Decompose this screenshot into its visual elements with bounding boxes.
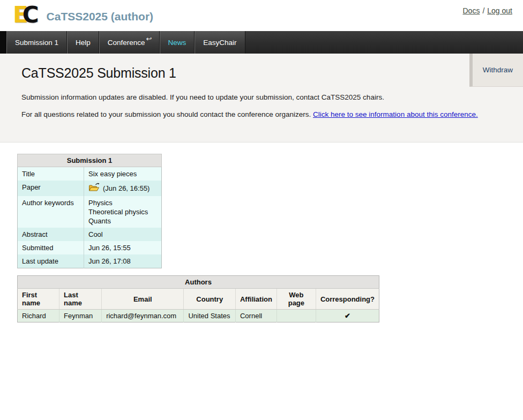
tab-easychair[interactable]: EasyChair [195, 31, 245, 54]
notice-contact-organizers: For all questions related to your submis… [21, 109, 489, 120]
row-label: Author keywords [18, 196, 84, 228]
tab-help[interactable]: Help [67, 31, 99, 54]
top-header: EC CaTSS2025 (author) Docs/Log out [0, 0, 523, 31]
return-arrow-icon: ↩ [146, 35, 152, 43]
table-row-title: Title Six easy pieces [18, 167, 162, 181]
logout-link[interactable]: Log out [487, 6, 512, 15]
row-label: Last update [18, 254, 84, 268]
nav-left-strip [0, 31, 6, 54]
authors-table-title: Authors [18, 276, 379, 289]
author-first-name: Richard [18, 310, 59, 322]
keyword: Theoretical physics [88, 207, 157, 216]
top-links: Docs/Log out [462, 6, 512, 15]
row-label: Paper [18, 181, 84, 196]
paper-folder-icon[interactable] [88, 183, 100, 194]
col-web-page: Web page [277, 289, 316, 310]
author-last-name: Feynman [59, 310, 102, 322]
col-first-name: First name [18, 289, 59, 310]
page-header-band: CaTSS2025 Submission 1 Withdraw Submissi… [0, 54, 523, 142]
table-row-keywords: Author keywords Physics Theoretical phys… [18, 196, 162, 228]
docs-link[interactable]: Docs [462, 6, 480, 15]
author-email: richard@feynman.com [102, 310, 184, 322]
tab-conference[interactable]: Conference↩ [99, 31, 160, 54]
col-affiliation: Affiliation [235, 289, 277, 310]
main-nav: Submission 1 Help Conference↩ News EasyC… [0, 31, 523, 54]
table-row-submitted: Submitted Jun 26, 15:55 [18, 241, 162, 254]
col-country: Country [184, 289, 235, 310]
col-corresponding: Corresponding? [316, 289, 379, 310]
row-label: Submitted [18, 241, 84, 254]
tab-submission-1[interactable]: Submission 1 [6, 31, 67, 54]
row-label: Abstract [18, 228, 84, 241]
links-separator: / [482, 6, 484, 15]
table-row-paper: Paper (Jun 26, 16:55) [18, 181, 162, 196]
withdraw-panel: Withdraw [469, 54, 523, 87]
conference-info-link[interactable]: Click here to see information about this… [313, 110, 478, 118]
authors-table: Authors First name Last name Email Count… [17, 275, 379, 322]
table-row-abstract: Abstract Cool [18, 228, 162, 241]
notice-contact-text: For all questions related to your submis… [21, 110, 313, 118]
author-country: United States [184, 310, 235, 322]
author-corresponding-check: ✔ [316, 310, 379, 322]
author-web-page [277, 310, 316, 322]
row-value: Six easy pieces [84, 167, 162, 181]
row-label: Title [18, 167, 84, 181]
submission-table: Submission 1 Title Six easy pieces Paper [17, 154, 162, 268]
app-title: CaTSS2025 (author) [47, 7, 154, 23]
author-affiliation: Cornell [235, 310, 277, 322]
paper-timestamp: (Jun 26, 16:55) [103, 184, 150, 193]
authors-column-headers: First name Last name Email Country Affil… [18, 289, 379, 310]
page-title: CaTSS2025 Submission 1 [21, 65, 176, 81]
keyword: Physics [88, 198, 157, 207]
row-value: Cool [84, 228, 162, 241]
author-row: Richard Feynman richard@feynman.com Unit… [18, 310, 379, 322]
row-value: Jun 26, 17:08 [84, 254, 162, 268]
col-last-name: Last name [59, 289, 102, 310]
logo-ec-icon: EC [13, 2, 39, 28]
content-area: Submission 1 Title Six easy pieces Paper [0, 154, 523, 322]
col-email: Email [102, 289, 184, 310]
withdraw-link[interactable]: Withdraw [483, 66, 513, 74]
table-row-last-update: Last update Jun 26, 17:08 [18, 254, 162, 268]
tab-news[interactable]: News [160, 31, 195, 54]
keyword: Quants [88, 216, 157, 226]
easychair-logo[interactable]: EC CaTSS2025 (author) [13, 2, 153, 28]
row-value: Jun 26, 15:55 [84, 241, 162, 254]
submission-table-title: Submission 1 [18, 154, 162, 167]
notice-updates-disabled: Submission information updates are disab… [21, 93, 504, 101]
